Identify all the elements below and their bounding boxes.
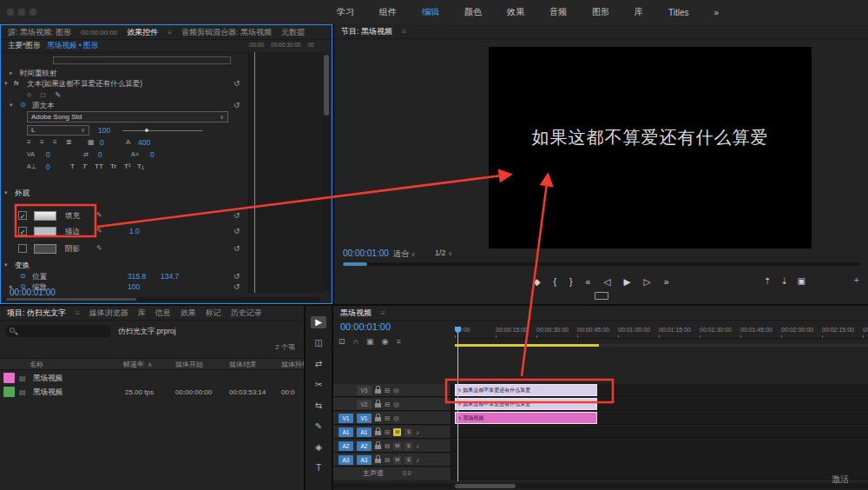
tab-program-monitor[interactable]: 节目: 黑场视频 — [341, 26, 392, 37]
pen-mask-icon[interactable]: ✎ — [55, 89, 61, 100]
go-to-in-icon[interactable]: « — [586, 276, 591, 287]
align-justify-icon[interactable]: ≣ — [66, 137, 72, 148]
track-target[interactable]: V1 — [357, 414, 372, 423]
comparison-view-icon[interactable] — [595, 292, 608, 300]
workspace-tab-libraries[interactable]: 库 — [635, 6, 643, 18]
scrollbar-thumb[interactable] — [324, 55, 329, 116]
font-size-slider[interactable] — [122, 130, 202, 131]
tab-project[interactable]: 项目: 仿扫光文字 — [7, 308, 66, 319]
column-header-name[interactable]: 名称 — [30, 359, 43, 371]
stopwatch-icon[interactable]: ⊙ — [20, 100, 26, 110]
solo-button[interactable]: S — [404, 442, 412, 450]
source-patch[interactable] — [339, 400, 353, 409]
lift-icon[interactable]: ⇡ — [764, 276, 771, 286]
master-level-value[interactable]: 0.0 — [403, 467, 411, 480]
reset-icon[interactable]: ↺ — [233, 243, 240, 254]
fill-checkbox[interactable]: ✓ — [18, 211, 27, 220]
column-header-media-end[interactable]: 媒体结束 — [229, 359, 257, 371]
align-center-icon[interactable]: ≡ — [40, 137, 44, 148]
timeline-clip[interactable]: fx 如果这都不算爱还有什么算爱 — [455, 398, 597, 410]
solo-button[interactable]: S — [404, 456, 412, 464]
add-marker-icon[interactable]: ◆ — [533, 276, 540, 287]
faux-italic-icon[interactable]: T — [82, 162, 87, 172]
voiceover-record-icon[interactable]: ♪ — [416, 427, 419, 437]
font-family-dropdown[interactable]: Adobe Song Std ∨ — [27, 111, 228, 122]
panel-menu-icon[interactable]: ≡ — [76, 309, 80, 317]
chevron-open-icon[interactable]: ▾ — [4, 188, 8, 198]
small-caps-icon[interactable]: Tr — [110, 162, 116, 172]
subscript-icon[interactable]: T₁ — [137, 162, 144, 172]
lock-icon[interactable] — [375, 459, 381, 463]
timeline-clip[interactable]: fx 黑场视频 — [455, 412, 597, 424]
all-caps-icon[interactable]: TT — [95, 162, 103, 172]
tab-info[interactable]: 信息 — [155, 308, 171, 319]
workspace-tab-editing[interactable]: 编辑 — [422, 6, 439, 18]
stroke-width-value[interactable]: 1.0 — [129, 226, 140, 236]
add-marker-icon[interactable]: ◉ — [382, 337, 389, 346]
step-back-icon[interactable]: ◁ — [603, 276, 610, 287]
workspace-overflow-icon[interactable]: » — [714, 8, 720, 17]
tab-effects[interactable]: 效果 — [181, 308, 196, 319]
extract-icon[interactable]: ⇣ — [780, 276, 787, 286]
linked-selection-icon[interactable]: ▣ — [366, 337, 374, 346]
sync-lock-icon[interactable]: ⊟ — [385, 455, 390, 465]
sync-lock-icon[interactable]: ⊟ — [385, 414, 390, 423]
shadow-checkbox[interactable] — [18, 244, 27, 253]
chevron-right-icon[interactable]: ▸ — [10, 68, 13, 78]
slip-tool[interactable]: ⇆ — [311, 400, 326, 412]
mark-in-icon[interactable]: { — [554, 276, 557, 287]
razor-tool[interactable]: ✂ — [311, 379, 326, 391]
kerning-value[interactable]: 0 — [46, 149, 50, 160]
sync-lock-icon[interactable]: ⊟ — [385, 386, 390, 395]
effect-controls-timecode[interactable]: 00:00:01:00 — [10, 288, 56, 297]
track-target[interactable]: V3 — [357, 386, 372, 395]
zoom-level-dropdown[interactable]: 适合 ∨ — [393, 248, 416, 260]
program-scrollbar[interactable] — [341, 262, 861, 266]
source-patch[interactable]: A3 — [339, 455, 353, 465]
ellipse-mask-icon[interactable]: ○ — [27, 89, 31, 100]
track-output-icon[interactable]: ◎ — [393, 414, 399, 423]
panel-menu-icon[interactable]: ≡ — [381, 309, 385, 317]
horizontal-scrollbar[interactable] — [3, 297, 319, 301]
line-spacing-value[interactable]: 0 — [150, 149, 155, 160]
step-forward-icon[interactable]: ▷ — [644, 276, 651, 287]
mark-out-icon[interactable]: } — [569, 276, 573, 287]
track-target[interactable]: A2 — [357, 441, 372, 451]
shadow-color-swatch[interactable] — [34, 244, 56, 254]
scale-value[interactable]: 100 — [128, 281, 140, 292]
project-item-row[interactable]: ▤ 黑场视频 — [0, 372, 304, 385]
eyedropper-icon[interactable]: ✎ — [96, 243, 102, 254]
mute-button[interactable]: M — [393, 456, 401, 464]
label-color-chip[interactable] — [3, 373, 15, 383]
position-x-value[interactable]: 315.8 — [128, 271, 146, 281]
workspace-tab-graphics[interactable]: 图形 — [592, 6, 609, 18]
item-name[interactable]: 黑场视频 — [33, 372, 62, 385]
program-timecode[interactable]: 00:00:01:00 — [343, 248, 389, 258]
position-y-value[interactable]: 134.7 — [161, 271, 179, 281]
project-item-row[interactable]: ▤ 黑场视频 25.00 fps 00:00:00:00 00:03:53:14… — [0, 386, 304, 399]
go-to-out-icon[interactable]: » — [664, 276, 669, 287]
mute-button[interactable]: M — [393, 428, 401, 436]
chevron-open-icon[interactable]: ▾ — [10, 100, 13, 110]
workspace-tab-assembly[interactable]: 组件 — [379, 6, 397, 18]
lock-icon[interactable] — [375, 445, 381, 449]
tab-sequence[interactable]: 黑场视频 — [340, 308, 372, 319]
fx-badge-icon[interactable]: fx — [14, 78, 19, 89]
work-area-bar[interactable] — [455, 344, 599, 347]
source-patch[interactable]: V1 — [339, 414, 353, 423]
track-output-icon[interactable]: ◎ — [393, 400, 399, 409]
label-color-chip[interactable] — [3, 387, 15, 397]
faux-bold-icon[interactable]: T — [70, 162, 75, 172]
source-patch[interactable]: A2 — [339, 441, 353, 451]
tab-libraries[interactable]: 库 — [138, 308, 146, 319]
chevron-open-icon[interactable]: ▾ — [4, 78, 8, 89]
panel-menu-icon[interactable]: ≡ — [402, 28, 406, 36]
workspace-tab-effects[interactable]: 效果 — [507, 6, 524, 18]
playhead-line[interactable] — [457, 327, 458, 481]
align-right-icon[interactable]: ≡ — [53, 137, 57, 148]
lock-icon[interactable] — [375, 403, 381, 407]
mini-playhead[interactable] — [254, 52, 255, 293]
timeline-clip[interactable]: fx 如果这都不算爱还有什么算爱 — [455, 384, 597, 396]
workspace-tab-learning[interactable]: 学习 — [337, 6, 354, 18]
eyedropper-icon[interactable]: ✎ — [96, 210, 102, 221]
